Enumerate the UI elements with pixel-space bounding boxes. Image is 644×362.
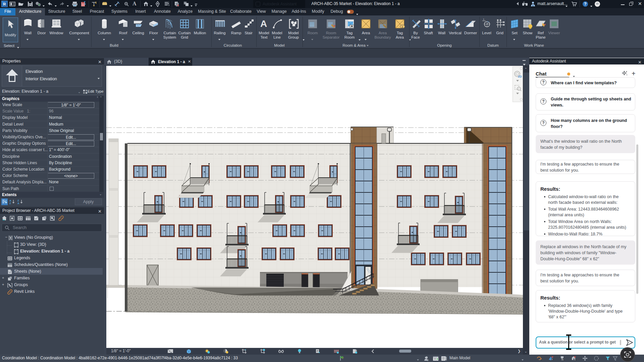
- svg-text:A: A: [260, 18, 267, 29]
- svg-text:1: 1: [401, 25, 403, 29]
- svg-text:2D: 2D: [518, 75, 522, 78]
- svg-text:A: A: [17, 202, 19, 205]
- svg-text:Z: Z: [9, 202, 11, 205]
- svg-text:1: 1: [483, 18, 484, 20]
- svg-text::0: :0: [627, 356, 629, 358]
- svg-text:0: 0: [427, 359, 429, 361]
